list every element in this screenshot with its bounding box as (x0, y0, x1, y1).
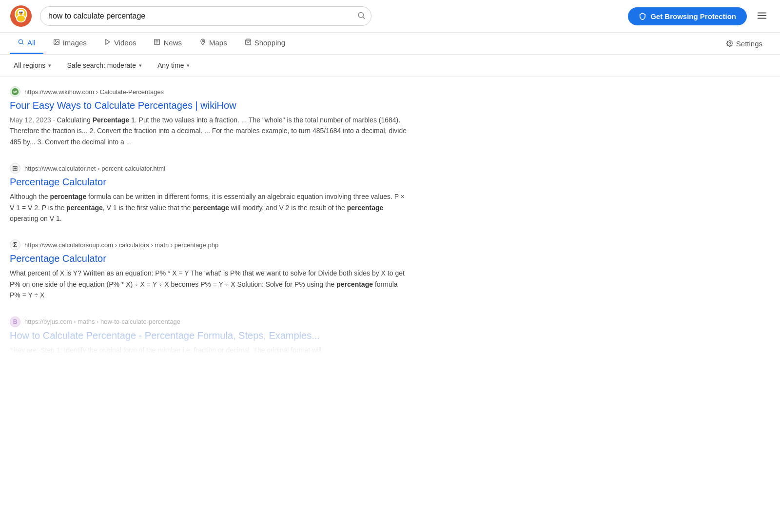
result-calculatorsoup-url-row: Σ https://www.calculatorsoup.com › calcu… (10, 239, 410, 250)
svg-point-8 (20, 13, 23, 15)
videos-icon (104, 39, 111, 47)
svg-line-17 (22, 43, 24, 45)
logo[interactable] (10, 5, 32, 27)
result-calculatorsoup-url: https://www.calculatorsoup.com › calcula… (24, 241, 218, 249)
svg-line-12 (363, 17, 364, 19)
svg-point-10 (17, 16, 25, 22)
filter-bar: All regions ▾ Safe search: moderate ▾ An… (0, 55, 780, 77)
svg-point-25 (202, 40, 204, 42)
tab-news-label: News (163, 39, 182, 47)
tab-videos-label: Videos (114, 39, 136, 47)
result-wikihow-favicon: W (10, 86, 20, 97)
svg-point-19 (55, 40, 56, 41)
safesearch-filter-label: Safe search: moderate (67, 61, 136, 69)
settings-label: Settings (736, 39, 762, 48)
time-chevron-icon: ▾ (187, 62, 190, 69)
svg-text:W: W (13, 90, 17, 94)
news-icon (154, 39, 160, 47)
result-byjus-favicon: B (10, 316, 20, 327)
tab-videos[interactable]: Videos (97, 33, 144, 54)
result-calculatorsoup-favicon: Σ (10, 239, 20, 250)
result-wikihow-url-row: W https://www.wikihow.com › Calculate-Pe… (10, 86, 410, 97)
tab-shopping[interactable]: Shopping (237, 33, 293, 54)
tab-images[interactable]: Images (45, 33, 95, 54)
maps-icon (199, 39, 206, 47)
tab-all[interactable]: All (10, 33, 43, 54)
safesearch-filter[interactable]: Safe search: moderate ▾ (63, 59, 146, 71)
result-wikihow-url: https://www.wikihow.com › Calculate-Perc… (24, 88, 164, 96)
result-wikihow-snippet: May 12, 2023 · Calculating Percentage 1.… (10, 115, 410, 147)
result-calculatorsoup-snippet: What percent of X is Y? Written as an eq… (10, 268, 410, 300)
header: how to calculate percentage Get Browsing… (0, 0, 780, 33)
tab-maps-label: Maps (209, 39, 227, 47)
result-calculatornet-url-row: ⊞ https://www.calculator.net › percent-c… (10, 163, 410, 174)
tab-all-label: All (27, 39, 36, 47)
protect-button[interactable]: Get Browsing Protection (628, 7, 747, 25)
result-calculatorsoup-title[interactable]: Percentage Calculator (10, 252, 410, 265)
result-byjus-url: https://byjus.com › maths › how-to-calcu… (24, 318, 180, 325)
hamburger-button[interactable] (754, 7, 770, 25)
result-calculatornet-snippet: Although the percentage formula can be w… (10, 191, 410, 224)
tab-maps[interactable]: Maps (192, 33, 235, 54)
svg-point-7 (22, 12, 22, 12)
result-byjus-snippet: They are: Step 1: Identify the original … (10, 345, 410, 355)
search-button[interactable] (357, 11, 366, 21)
svg-point-27 (729, 42, 731, 44)
all-icon (18, 39, 24, 47)
safesearch-chevron-icon: ▾ (139, 62, 142, 69)
result-wikihow: W https://www.wikihow.com › Calculate-Pe… (10, 86, 410, 147)
region-filter-label: All regions (14, 61, 45, 69)
search-results: W https://www.wikihow.com › Calculate-Pe… (0, 77, 419, 381)
search-bar: how to calculate percentage (40, 6, 371, 26)
svg-marker-20 (106, 39, 110, 45)
result-calculatornet: ⊞ https://www.calculator.net › percent-c… (10, 163, 410, 224)
result-byjus-title[interactable]: How to Calculate Percentage - Percentage… (10, 329, 410, 342)
time-filter[interactable]: Any time ▾ (154, 59, 194, 71)
tab-settings[interactable]: Settings (719, 34, 770, 54)
svg-point-5 (21, 12, 23, 13)
search-input[interactable]: how to calculate percentage (40, 6, 371, 26)
tab-images-label: Images (63, 39, 87, 47)
result-byjus: B https://byjus.com › maths › how-to-cal… (10, 316, 410, 355)
result-calculatornet-url: https://www.calculator.net › percent-cal… (24, 165, 165, 172)
svg-point-6 (20, 12, 20, 12)
time-filter-label: Any time (157, 61, 184, 69)
shopping-icon (245, 39, 252, 47)
tab-shopping-label: Shopping (254, 39, 285, 47)
header-right: Get Browsing Protection (628, 7, 770, 25)
result-calculatorsoup: Σ https://www.calculatorsoup.com › calcu… (10, 239, 410, 300)
region-filter[interactable]: All regions ▾ (10, 59, 55, 71)
svg-point-16 (19, 39, 22, 43)
svg-point-4 (20, 12, 21, 13)
result-calculatornet-title[interactable]: Percentage Calculator (10, 176, 410, 188)
result-byjus-url-row: B https://byjus.com › maths › how-to-cal… (10, 316, 410, 327)
protect-button-label: Get Browsing Protection (650, 12, 736, 20)
settings-icon (726, 40, 733, 47)
images-icon (53, 39, 60, 47)
nav-tabs: All Images Videos News Maps Shopping Set… (0, 33, 780, 55)
region-chevron-icon: ▾ (48, 62, 51, 69)
result-calculatornet-favicon: ⊞ (10, 163, 20, 174)
result-wikihow-title[interactable]: Four Easy Ways to Calculate Percentages … (10, 99, 410, 112)
tab-news[interactable]: News (146, 33, 190, 54)
